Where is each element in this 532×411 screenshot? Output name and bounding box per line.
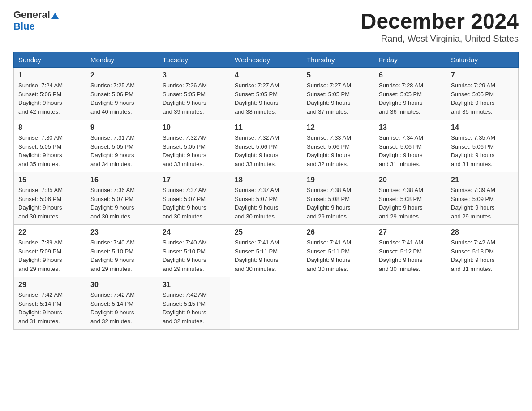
day-number: 28 <box>451 228 514 236</box>
day-number: 19 <box>307 176 369 184</box>
calendar-cell: 25 Sunrise: 7:41 AM Sunset: 5:11 PM Dayl… <box>230 225 302 277</box>
day-info: Sunrise: 7:39 AM Sunset: 5:09 PM Dayligh… <box>451 186 514 221</box>
day-info: Sunrise: 7:40 AM Sunset: 5:10 PM Dayligh… <box>163 238 225 273</box>
logo: General Blue <box>13 9 59 32</box>
calendar-cell: 27 Sunrise: 7:41 AM Sunset: 5:12 PM Dayl… <box>374 225 446 277</box>
day-info: Sunrise: 7:29 AM Sunset: 5:05 PM Dayligh… <box>451 81 514 116</box>
col-friday: Friday <box>374 52 446 68</box>
day-info: Sunrise: 7:37 AM Sunset: 5:07 PM Dayligh… <box>235 186 297 221</box>
day-number: 23 <box>90 228 153 236</box>
header-row: Sunday Monday Tuesday Wednesday Thursday… <box>14 52 519 68</box>
day-number: 22 <box>18 228 81 236</box>
day-number: 27 <box>379 228 442 236</box>
month-title: December 2024 <box>361 9 519 34</box>
page-header: General Blue December 2024 Rand, West Vi… <box>13 9 519 44</box>
calendar-week-5: 29 Sunrise: 7:42 AM Sunset: 5:14 PM Dayl… <box>14 277 519 330</box>
calendar-cell: 28 Sunrise: 7:42 AM Sunset: 5:13 PM Dayl… <box>446 225 519 277</box>
col-wednesday: Wednesday <box>230 52 302 68</box>
day-number: 31 <box>163 281 225 289</box>
calendar-cell <box>446 277 519 330</box>
day-number: 18 <box>235 176 297 184</box>
day-info: Sunrise: 7:42 AM Sunset: 5:15 PM Dayligh… <box>163 291 225 325</box>
day-info: Sunrise: 7:41 AM Sunset: 5:11 PM Dayligh… <box>235 238 297 273</box>
col-thursday: Thursday <box>302 52 374 68</box>
day-number: 17 <box>163 176 225 184</box>
day-number: 16 <box>90 176 153 184</box>
calendar-cell: 14 Sunrise: 7:35 AM Sunset: 5:06 PM Dayl… <box>446 120 519 172</box>
day-info: Sunrise: 7:27 AM Sunset: 5:05 PM Dayligh… <box>307 81 369 116</box>
day-number: 25 <box>235 228 297 236</box>
calendar-cell: 21 Sunrise: 7:39 AM Sunset: 5:09 PM Dayl… <box>446 172 519 225</box>
day-info: Sunrise: 7:40 AM Sunset: 5:10 PM Dayligh… <box>90 238 153 273</box>
calendar-week-1: 1 Sunrise: 7:24 AM Sunset: 5:06 PM Dayli… <box>14 68 519 120</box>
day-info: Sunrise: 7:35 AM Sunset: 5:06 PM Dayligh… <box>451 133 514 168</box>
calendar-cell: 5 Sunrise: 7:27 AM Sunset: 5:05 PM Dayli… <box>302 68 374 120</box>
day-info: Sunrise: 7:32 AM Sunset: 5:05 PM Dayligh… <box>163 133 225 168</box>
calendar-week-4: 22 Sunrise: 7:39 AM Sunset: 5:09 PM Dayl… <box>14 225 519 277</box>
calendar-cell <box>302 277 374 330</box>
day-info: Sunrise: 7:32 AM Sunset: 5:06 PM Dayligh… <box>235 133 297 168</box>
day-number: 26 <box>307 228 369 236</box>
calendar-cell: 17 Sunrise: 7:37 AM Sunset: 5:07 PM Dayl… <box>158 172 230 225</box>
calendar-cell: 26 Sunrise: 7:41 AM Sunset: 5:11 PM Dayl… <box>302 225 374 277</box>
day-info: Sunrise: 7:42 AM Sunset: 5:14 PM Dayligh… <box>18 291 81 325</box>
day-info: Sunrise: 7:30 AM Sunset: 5:05 PM Dayligh… <box>18 133 81 168</box>
day-info: Sunrise: 7:39 AM Sunset: 5:09 PM Dayligh… <box>18 238 81 273</box>
calendar-cell: 13 Sunrise: 7:34 AM Sunset: 5:06 PM Dayl… <box>374 120 446 172</box>
calendar-cell: 4 Sunrise: 7:27 AM Sunset: 5:05 PM Dayli… <box>230 68 302 120</box>
title-section: December 2024 Rand, West Virginia, Unite… <box>361 9 519 44</box>
day-info: Sunrise: 7:26 AM Sunset: 5:05 PM Dayligh… <box>163 81 225 116</box>
calendar-week-3: 15 Sunrise: 7:35 AM Sunset: 5:06 PM Dayl… <box>14 172 519 225</box>
calendar-cell: 10 Sunrise: 7:32 AM Sunset: 5:05 PM Dayl… <box>158 120 230 172</box>
calendar-cell <box>230 277 302 330</box>
day-number: 9 <box>90 124 153 132</box>
calendar-table: Sunday Monday Tuesday Wednesday Thursday… <box>13 52 519 330</box>
day-number: 21 <box>451 176 514 184</box>
calendar-cell: 30 Sunrise: 7:42 AM Sunset: 5:14 PM Dayl… <box>86 277 158 330</box>
calendar-cell: 2 Sunrise: 7:25 AM Sunset: 5:06 PM Dayli… <box>86 68 158 120</box>
col-monday: Monday <box>86 52 158 68</box>
calendar-cell: 16 Sunrise: 7:36 AM Sunset: 5:07 PM Dayl… <box>86 172 158 225</box>
day-number: 20 <box>379 176 442 184</box>
calendar-cell: 29 Sunrise: 7:42 AM Sunset: 5:14 PM Dayl… <box>14 277 86 330</box>
day-number: 5 <box>307 71 369 79</box>
calendar-cell: 1 Sunrise: 7:24 AM Sunset: 5:06 PM Dayli… <box>14 68 86 120</box>
calendar-cell: 20 Sunrise: 7:38 AM Sunset: 5:08 PM Dayl… <box>374 172 446 225</box>
calendar-cell: 11 Sunrise: 7:32 AM Sunset: 5:06 PM Dayl… <box>230 120 302 172</box>
calendar-cell: 22 Sunrise: 7:39 AM Sunset: 5:09 PM Dayl… <box>14 225 86 277</box>
day-info: Sunrise: 7:37 AM Sunset: 5:07 PM Dayligh… <box>163 186 225 221</box>
logo-blue-text: Blue <box>13 21 35 32</box>
calendar-cell: 23 Sunrise: 7:40 AM Sunset: 5:10 PM Dayl… <box>86 225 158 277</box>
day-info: Sunrise: 7:31 AM Sunset: 5:05 PM Dayligh… <box>90 133 153 168</box>
location-text: Rand, West Virginia, United States <box>361 34 519 44</box>
calendar-cell: 8 Sunrise: 7:30 AM Sunset: 5:05 PM Dayli… <box>14 120 86 172</box>
day-info: Sunrise: 7:25 AM Sunset: 5:06 PM Dayligh… <box>90 81 153 116</box>
day-info: Sunrise: 7:41 AM Sunset: 5:12 PM Dayligh… <box>379 238 442 273</box>
day-number: 14 <box>451 124 514 132</box>
day-info: Sunrise: 7:38 AM Sunset: 5:08 PM Dayligh… <box>307 186 369 221</box>
day-number: 2 <box>90 71 153 79</box>
day-info: Sunrise: 7:34 AM Sunset: 5:06 PM Dayligh… <box>379 133 442 168</box>
day-number: 29 <box>18 281 81 289</box>
day-number: 24 <box>163 228 225 236</box>
day-number: 15 <box>18 176 81 184</box>
day-number: 1 <box>18 71 81 79</box>
day-info: Sunrise: 7:42 AM Sunset: 5:14 PM Dayligh… <box>90 291 153 325</box>
day-number: 13 <box>379 124 442 132</box>
day-number: 30 <box>90 281 153 289</box>
logo-general-text: General <box>13 9 50 21</box>
calendar-cell: 3 Sunrise: 7:26 AM Sunset: 5:05 PM Dayli… <box>158 68 230 120</box>
day-info: Sunrise: 7:24 AM Sunset: 5:06 PM Dayligh… <box>18 81 81 116</box>
calendar-cell: 9 Sunrise: 7:31 AM Sunset: 5:05 PM Dayli… <box>86 120 158 172</box>
day-number: 3 <box>163 71 225 79</box>
day-info: Sunrise: 7:33 AM Sunset: 5:06 PM Dayligh… <box>307 133 369 168</box>
day-info: Sunrise: 7:41 AM Sunset: 5:11 PM Dayligh… <box>307 238 369 273</box>
calendar-cell: 18 Sunrise: 7:37 AM Sunset: 5:07 PM Dayl… <box>230 172 302 225</box>
calendar-cell: 6 Sunrise: 7:28 AM Sunset: 5:05 PM Dayli… <box>374 68 446 120</box>
col-tuesday: Tuesday <box>158 52 230 68</box>
calendar-cell: 24 Sunrise: 7:40 AM Sunset: 5:10 PM Dayl… <box>158 225 230 277</box>
calendar-cell: 15 Sunrise: 7:35 AM Sunset: 5:06 PM Dayl… <box>14 172 86 225</box>
day-info: Sunrise: 7:27 AM Sunset: 5:05 PM Dayligh… <box>235 81 297 116</box>
day-number: 7 <box>451 71 514 79</box>
day-info: Sunrise: 7:35 AM Sunset: 5:06 PM Dayligh… <box>18 186 81 221</box>
